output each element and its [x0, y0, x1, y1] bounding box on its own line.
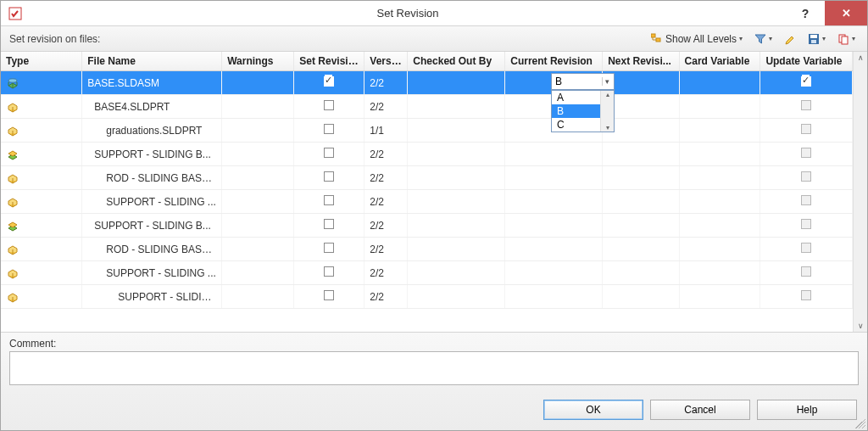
- file-type-icon: [6, 76, 19, 90]
- current-revision-cell: [505, 190, 603, 214]
- set-revision-checkbox[interactable]: [324, 195, 334, 205]
- next-revision-cell[interactable]: [603, 285, 679, 309]
- table-row[interactable]: SUPPORT - SLIDING B...2/2: [1, 214, 853, 238]
- set-revision-checkbox[interactable]: [324, 266, 334, 277]
- file-name-cell: BASE4.SLDPRT: [82, 95, 222, 119]
- column-header[interactable]: Type: [1, 52, 82, 71]
- copy-button[interactable]: ▾: [834, 31, 859, 47]
- file-name-cell: ROD - SLIDING BASE ...: [82, 238, 222, 261]
- chevron-down-icon: ▾: [852, 35, 855, 42]
- column-header[interactable]: Card Variable: [679, 52, 760, 71]
- warnings-cell: [222, 95, 294, 119]
- update-variable-checkbox[interactable]: [801, 148, 811, 158]
- set-revision-checkbox[interactable]: [324, 219, 334, 229]
- table-row[interactable]: SUPPORT - SLIDIN...2/2: [1, 285, 853, 309]
- update-variable-checkbox[interactable]: [801, 243, 811, 253]
- card-variable-cell: [679, 95, 760, 119]
- svg-point-8: [8, 78, 17, 81]
- update-variable-checkbox[interactable]: [801, 76, 811, 87]
- card-variable-cell: [679, 166, 760, 190]
- column-header[interactable]: Set Revision: [294, 52, 364, 71]
- dropdown-scrollbar[interactable]: ▴▾: [600, 91, 614, 132]
- next-revision-cell[interactable]: [603, 166, 679, 190]
- table-row[interactable]: graduations.SLDPRT1/1: [1, 119, 853, 143]
- set-revision-dialog: Set Revision ? ✕ Set revision on files: …: [0, 0, 868, 431]
- svg-rect-1: [651, 34, 655, 37]
- set-revision-checkbox[interactable]: [324, 243, 334, 253]
- file-grid[interactable]: TypeFile NameWarningsSet RevisionVersi..…: [1, 52, 853, 332]
- table-row[interactable]: ROD - SLIDING BASE ...2/2: [1, 238, 853, 261]
- next-revision-dropdown-list[interactable]: ABC ▴▾: [551, 90, 615, 132]
- column-header[interactable]: Checked Out By: [408, 52, 505, 71]
- show-all-levels-label: Show All Levels: [665, 33, 737, 45]
- vertical-scrollbar[interactable]: [853, 52, 867, 332]
- column-header[interactable]: Current Revision: [505, 52, 603, 71]
- file-type-icon: [6, 148, 19, 161]
- help-titlebar-button[interactable]: ?: [786, 1, 825, 25]
- set-revision-checkbox[interactable]: [324, 290, 334, 300]
- show-all-levels-button[interactable]: Show All Levels ▾: [648, 31, 746, 47]
- svg-rect-4: [810, 35, 817, 38]
- card-variable-cell: [679, 285, 760, 309]
- table-row[interactable]: BASE.SLDASM2/2: [1, 71, 853, 95]
- filter-button[interactable]: ▾: [751, 31, 776, 47]
- close-button[interactable]: ✕: [825, 1, 867, 25]
- file-type-icon: [6, 124, 19, 137]
- update-variable-checkbox[interactable]: [801, 195, 811, 205]
- version-cell: 2/2: [364, 143, 408, 166]
- cancel-button[interactable]: Cancel: [650, 400, 750, 420]
- file-type-icon: [6, 243, 19, 256]
- column-header[interactable]: File Name: [82, 52, 222, 71]
- column-header[interactable]: Update Variable: [760, 52, 853, 71]
- table-row[interactable]: ROD - SLIDING BASE ...2/2: [1, 166, 853, 190]
- help-button[interactable]: Help: [757, 400, 857, 420]
- update-variable-checkbox[interactable]: [801, 171, 811, 182]
- resize-grip[interactable]: [855, 418, 865, 428]
- next-revision-value: B: [555, 76, 562, 87]
- table-row[interactable]: SUPPORT - SLIDING ...2/2: [1, 261, 853, 285]
- update-variable-checkbox[interactable]: [801, 266, 811, 277]
- funnel-icon: [754, 33, 766, 45]
- next-revision-cell[interactable]: [603, 261, 679, 285]
- titlebar: Set Revision ? ✕: [1, 1, 867, 26]
- card-variable-cell: [679, 190, 760, 214]
- next-revision-cell[interactable]: [603, 143, 679, 166]
- update-variable-checkbox[interactable]: [801, 124, 811, 134]
- table-row[interactable]: SUPPORT - SLIDING ...2/2: [1, 190, 853, 214]
- file-type-icon: [6, 219, 19, 232]
- card-variable-cell: [679, 238, 760, 261]
- set-revision-checkbox[interactable]: [324, 148, 334, 158]
- column-header[interactable]: Next Revisi...: [603, 52, 679, 71]
- update-variable-checkbox[interactable]: [801, 219, 811, 229]
- highlight-button[interactable]: [781, 31, 799, 47]
- version-cell: 2/2: [364, 95, 408, 119]
- next-revision-combo[interactable]: B ▾: [551, 73, 615, 90]
- comment-input[interactable]: [9, 351, 859, 385]
- set-revision-checkbox[interactable]: [324, 171, 334, 182]
- set-revision-checkbox[interactable]: [324, 124, 334, 134]
- column-header[interactable]: Versi...: [364, 52, 408, 71]
- save-button[interactable]: ▾: [804, 31, 829, 47]
- next-revision-cell[interactable]: [603, 190, 679, 214]
- file-name-cell: SUPPORT - SLIDING B...: [82, 143, 222, 166]
- file-type-icon: [6, 171, 19, 185]
- column-header[interactable]: Warnings: [222, 52, 294, 71]
- set-revision-checkbox[interactable]: [324, 100, 334, 110]
- table-row[interactable]: SUPPORT - SLIDING B...2/2: [1, 143, 853, 166]
- checked-out-cell: [408, 143, 505, 166]
- update-variable-checkbox[interactable]: [801, 100, 811, 110]
- file-name-cell: SUPPORT - SLIDING ...: [82, 190, 222, 214]
- table-row[interactable]: BASE4.SLDPRT2/2: [1, 95, 853, 119]
- set-revision-checkbox[interactable]: [324, 76, 334, 87]
- file-name-cell: graduations.SLDPRT: [82, 119, 222, 143]
- ok-button[interactable]: OK: [543, 400, 643, 420]
- next-revision-cell[interactable]: [603, 214, 679, 238]
- version-cell: 2/2: [364, 71, 408, 95]
- warnings-cell: [222, 190, 294, 214]
- toolbar: Set revision on files: Show All Levels ▾…: [1, 26, 867, 52]
- dialog-buttons: OK Cancel Help: [1, 391, 867, 430]
- current-revision-cell: [505, 143, 603, 166]
- update-variable-checkbox[interactable]: [801, 290, 811, 300]
- checked-out-cell: [408, 119, 505, 143]
- next-revision-cell[interactable]: [603, 238, 679, 261]
